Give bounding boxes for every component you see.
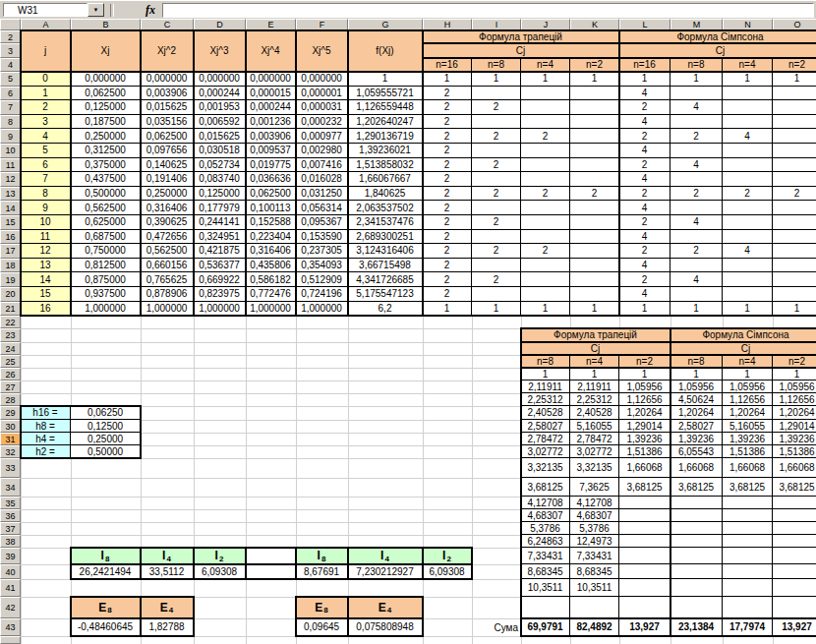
cell-H13[interactable]: 2	[423, 187, 472, 202]
cell-O39[interactable]	[773, 548, 816, 564]
cell-O37[interactable]	[773, 522, 816, 535]
cell-D13[interactable]: 0,125000	[194, 187, 246, 202]
h-label-32[interactable]: h2 =	[21, 445, 71, 458]
cell-M29[interactable]: 1,20264	[670, 406, 723, 420]
cell-E9[interactable]: 0,003906	[246, 129, 296, 144]
cell-F19[interactable]: 0,512909	[296, 272, 348, 287]
cell-D7[interactable]: 0,001953	[194, 100, 246, 115]
cell-F8[interactable]: 0,000232	[296, 115, 348, 130]
cell-C16[interactable]: 0,472656	[141, 230, 194, 245]
cell-H3[interactable]: Cj	[423, 43, 619, 58]
row-header-33[interactable]: 33	[0, 458, 21, 478]
e-value-right-0[interactable]: 0,09645	[296, 618, 348, 636]
cell-O25[interactable]: n=2	[773, 355, 816, 368]
cell-N32[interactable]: 1,51386	[723, 445, 773, 458]
cell-B17[interactable]: 0,750000	[71, 244, 141, 259]
cell-L38[interactable]	[619, 535, 670, 548]
fx-icon[interactable]: fx	[141, 2, 160, 18]
cell-N4[interactable]: n=4	[723, 58, 773, 72]
cell-E40[interactable]	[246, 564, 296, 579]
col-header-J[interactable]: J	[521, 19, 570, 30]
cell-M42[interactable]	[670, 597, 723, 618]
cell-O35[interactable]	[773, 497, 816, 509]
cell-F17[interactable]: 0,237305	[296, 244, 348, 259]
cell-E5[interactable]: 0,000000	[246, 72, 296, 87]
cell-O33[interactable]: 1,66068	[773, 458, 816, 478]
cell-H11[interactable]: 2	[423, 158, 472, 173]
i-value-right-1[interactable]: 7,230212927	[348, 564, 423, 579]
cell-M39[interactable]	[670, 548, 723, 564]
cell-J42[interactable]	[521, 597, 570, 618]
cell-K8[interactable]	[570, 115, 619, 130]
cell-C8[interactable]: 0,035156	[141, 115, 194, 130]
cell-O13[interactable]: 2	[773, 187, 816, 202]
cell-K21[interactable]: 1	[570, 302, 619, 317]
cell-A14[interactable]: 9	[21, 201, 71, 215]
cell-H6[interactable]: 2	[423, 87, 472, 101]
cell-O7[interactable]	[773, 100, 816, 115]
col-header-L[interactable]: L	[619, 19, 670, 30]
cell-L36[interactable]	[619, 509, 670, 522]
e-header-right-0[interactable]: E8	[296, 597, 348, 618]
cell-N28[interactable]: 1,12656	[723, 393, 773, 406]
cell-H14[interactable]: 2	[423, 201, 472, 215]
cell-H21[interactable]: 1	[423, 302, 472, 317]
cell-C7[interactable]: 0,015625	[141, 100, 194, 115]
cell-B13[interactable]: 0,500000	[71, 187, 141, 202]
cell-G5[interactable]: 1	[348, 72, 423, 87]
cell-O12[interactable]	[773, 172, 816, 187]
cell-M18[interactable]	[670, 259, 723, 273]
cell-L13[interactable]: 2	[619, 187, 670, 202]
cell-K33[interactable]: 3,32135	[570, 458, 619, 478]
cell-D5[interactable]: 0,000000	[194, 72, 246, 87]
row-header-40[interactable]: 40	[0, 564, 21, 579]
cell-J25[interactable]: n=8	[521, 355, 570, 368]
cell-K10[interactable]	[570, 144, 619, 158]
cell-E19[interactable]: 0,586182	[246, 272, 296, 287]
row-header-16[interactable]: 16	[0, 230, 21, 245]
cell-B6[interactable]: 0,062500	[71, 87, 141, 101]
cell-F12[interactable]: 0,016028	[296, 172, 348, 187]
e-header-left-0[interactable]: E8	[71, 597, 141, 618]
cell-J41[interactable]: 10,3511	[521, 579, 570, 597]
cell-M28[interactable]: 4,50624	[670, 393, 723, 406]
cell-J31[interactable]: 2,78472	[521, 433, 570, 445]
cell-N8[interactable]	[723, 115, 773, 130]
cell-O30[interactable]: 1,29014	[773, 420, 816, 433]
row-header-20[interactable]: 20	[0, 287, 21, 302]
cell-N10[interactable]	[723, 144, 773, 158]
cell-A18[interactable]: 13	[21, 259, 71, 273]
cell-A16[interactable]: 11	[21, 230, 71, 245]
cell-K25[interactable]: n=4	[570, 355, 619, 368]
cell-J19[interactable]	[521, 272, 570, 287]
cell-M21[interactable]: 1	[670, 302, 723, 317]
cell-N6[interactable]	[723, 87, 773, 101]
cell-L27[interactable]: 1,05956	[619, 381, 670, 393]
cell-L30[interactable]: 1,29014	[619, 420, 670, 433]
row-header-28[interactable]: 28	[0, 393, 21, 406]
row-header-9[interactable]: 9	[0, 129, 21, 144]
cell-M11[interactable]: 4	[670, 158, 723, 173]
cell-J29[interactable]: 2,40528	[521, 406, 570, 420]
cell-K13[interactable]: 2	[570, 187, 619, 202]
cell-L34[interactable]: 3,68125	[619, 478, 670, 497]
cell-L37[interactable]	[619, 522, 670, 535]
cell-N12[interactable]	[723, 172, 773, 187]
formula-input[interactable]	[162, 3, 814, 18]
cell-B14[interactable]: 0,562500	[71, 201, 141, 215]
cell-C10[interactable]: 0,097656	[141, 144, 194, 158]
cell-L12[interactable]: 4	[619, 172, 670, 187]
cell-O41[interactable]	[773, 579, 816, 597]
cell-M32[interactable]: 6,05543	[670, 445, 723, 458]
cell-E20[interactable]: 0,772476	[246, 287, 296, 302]
cell-O17[interactable]	[773, 244, 816, 259]
cell-M27[interactable]: 1,05956	[670, 381, 723, 393]
cell-N19[interactable]	[723, 272, 773, 287]
cell-L11[interactable]: 2	[619, 158, 670, 173]
cell-M38[interactable]	[670, 535, 723, 548]
cell-M24[interactable]: Cj	[670, 342, 816, 355]
cell-A9[interactable]: 4	[21, 129, 71, 144]
cell-M15[interactable]: 4	[670, 215, 723, 230]
cell-E8[interactable]: 0,001236	[246, 115, 296, 130]
row-header-24[interactable]: 24	[0, 342, 21, 355]
